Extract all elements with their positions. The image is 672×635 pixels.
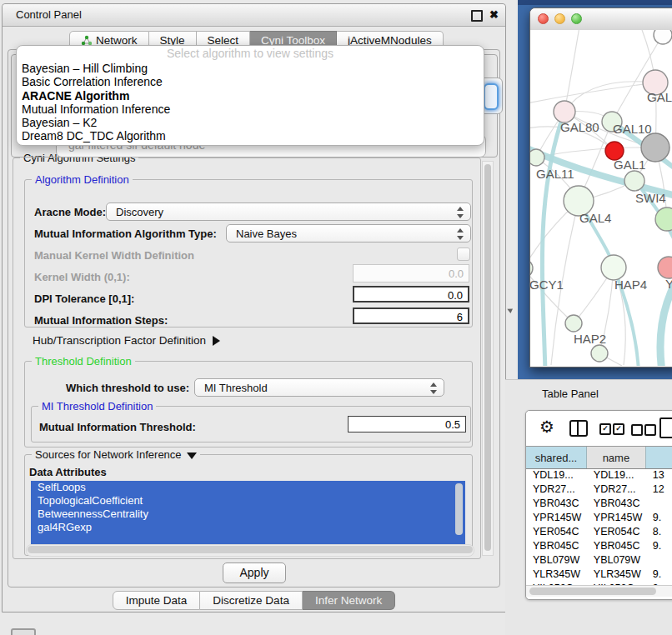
column-header[interactable]: shared... [526, 447, 587, 468]
table-cell: 12 [646, 482, 672, 497]
network-node-gal11[interactable] [530, 149, 544, 166]
network-window-titlebar[interactable] [530, 8, 672, 31]
select-all-checkbox-icon[interactable]: ✓ [613, 423, 624, 435]
control-panel-titlebar: Control Panel ✖ [3, 4, 505, 27]
dpi-tolerance-label: DPI Tolerance [0,1]: [34, 292, 134, 305]
algorithm-option[interactable]: Bayesian – Hill Climbing [17, 62, 484, 75]
algorithm-option[interactable]: ARACNE Algorithm [17, 89, 484, 102]
network-edge [564, 30, 580, 112]
table-cell: YLR345W [587, 568, 646, 582]
table-row[interactable]: YDR27...YDR27...12 [526, 482, 672, 497]
table-row[interactable]: YBL079WYBL079W [526, 553, 672, 568]
which-threshold-value: MI Threshold [204, 382, 268, 394]
node-label: GCY1 [530, 278, 564, 292]
table-cell: YBR045C [526, 539, 587, 553]
node-label: SWI4 [635, 191, 666, 205]
node-label: HAP2 [574, 332, 606, 346]
aracne-mode-label: Aracne Mode: [34, 206, 106, 218]
network-canvas[interactable]: GALGAL80GAL10GAL1GAL11GAL4GCY1HAP4YHAP2S… [530, 30, 672, 366]
network-node[interactable] [591, 345, 608, 362]
network-node-gal1[interactable] [624, 171, 644, 191]
algorithm-option[interactable]: Bayesian – K2 [17, 116, 484, 129]
attribute-item[interactable]: BetweennessCentrality [31, 508, 465, 521]
columns-icon[interactable] [569, 420, 588, 437]
which-threshold-label: Which threshold to use: [66, 382, 189, 394]
mi-type-combo[interactable]: Naive Bayes [226, 224, 471, 242]
which-threshold-combo[interactable]: MI Threshold [194, 378, 444, 397]
network-desktop: GALGAL80GAL10GAL1GAL11GAL4GCY1HAP4YHAP2S… [518, 0, 672, 379]
sources-title[interactable]: Sources for Network Inference [32, 448, 200, 461]
table-hscrollbar-thumb[interactable] [529, 588, 656, 595]
algorithm-definition-title: Algorithm Definition [32, 173, 133, 186]
tab-discretize-data[interactable]: Discretize Data [200, 591, 303, 610]
float-window-icon[interactable] [471, 10, 483, 22]
attribute-item[interactable]: TopologicalCoefficient [31, 494, 465, 508]
table-cell: YBR043C [526, 497, 587, 511]
network-node-y[interactable] [658, 257, 672, 278]
settings-scrollbar[interactable] [482, 161, 494, 556]
column-header[interactable] [646, 447, 672, 468]
close-window-icon[interactable]: ✖ [489, 8, 499, 21]
deselect-all-checkbox-icon[interactable] [631, 424, 643, 436]
attribute-list-hscrollbar[interactable] [26, 544, 474, 557]
node-label: GAL10 [613, 122, 652, 136]
gear-icon[interactable]: ⚙ [539, 418, 554, 436]
aracne-mode-combo[interactable]: Discovery [106, 202, 471, 221]
table-cell: YER054C [587, 525, 646, 539]
manual-kernel-label: Manual Kernel Width Definition [34, 249, 194, 262]
table-hscrollbar[interactable] [526, 585, 672, 597]
table-cell: 8. [646, 525, 672, 539]
table-cell [646, 553, 672, 568]
focus-ring [484, 83, 499, 110]
network-node[interactable] [654, 30, 672, 44]
window-title: Control Panel [16, 8, 82, 21]
zoom-traffic-light-icon[interactable] [571, 13, 582, 24]
mi-steps-field[interactable]: 6 [353, 308, 469, 324]
dpi-tolerance-field[interactable]: 0.0 [353, 286, 469, 302]
tab-infer-network[interactable]: Infer Network [303, 591, 395, 610]
algorithm-option[interactable]: Mutual Information Inference [17, 102, 484, 116]
tab-impute-data[interactable]: Impute Data [113, 591, 201, 610]
attribute-list-hscrollbar-thumb[interactable] [28, 546, 473, 553]
table-row[interactable]: YER054CYER054C8. [526, 525, 672, 539]
attribute-list-scrollbar-thumb[interactable] [455, 483, 463, 535]
panel-float-icon[interactable] [11, 628, 36, 635]
bottom-tab-bar: Impute DataDiscretize DataInfer Network [3, 591, 505, 610]
apply-button[interactable]: Apply [223, 562, 286, 583]
table-row[interactable]: YBR043CYBR043C [526, 497, 672, 511]
select-all-checkbox-icon[interactable]: ✓ [599, 423, 611, 435]
manual-kernel-checkbox[interactable] [457, 248, 470, 261]
deselect-all-checkbox-icon[interactable] [644, 424, 656, 436]
table-panel-window: ⚙ ✓ ✓ shared...name YDL19...YDL19...13YD… [525, 410, 672, 600]
table-cell: YPR145W [526, 511, 587, 525]
table-panel-title: Table Panel [542, 388, 599, 400]
table-row[interactable]: YDL19...YDL19...13 [526, 468, 672, 482]
settings-scrollbar-thumb[interactable] [484, 164, 491, 551]
document-icon[interactable] [659, 418, 672, 438]
mi-threshold-field[interactable]: 0.5 [348, 416, 466, 432]
table-row[interactable]: YPR145WYPR145W9. [526, 511, 672, 525]
network-edge [530, 268, 574, 323]
network-node-gcy1[interactable] [530, 259, 533, 278]
table-row[interactable]: YLR345WYLR345W9. [526, 568, 672, 582]
close-traffic-light-icon[interactable] [538, 13, 549, 24]
aracne-mode-value: Discovery [116, 206, 163, 218]
table-cell: 13 [646, 468, 672, 482]
algorithm-option[interactable]: Basic Correlation Inference [17, 75, 484, 88]
kernel-width-label: Kernel Width (0,1): [34, 271, 130, 283]
hub-definition-label: Hub/Transcription Factor Definition [33, 334, 206, 347]
column-header[interactable]: name [587, 447, 646, 468]
attribute-item[interactable]: gal4RGexp [31, 521, 465, 534]
attribute-item[interactable]: SelfLoops [31, 481, 465, 494]
table-row[interactable]: YBR045CYBR045C9. [526, 539, 672, 553]
hub-definition-expander[interactable]: Hub/Transcription Factor Definition [33, 334, 220, 347]
network-node-hap2[interactable] [565, 315, 582, 332]
table-cell [646, 497, 672, 511]
table-cell: 9. [646, 568, 672, 582]
network-node-hap4[interactable] [601, 255, 626, 280]
minimize-traffic-light-icon[interactable] [554, 13, 565, 24]
kernel-width-field[interactable]: 0.0 [353, 264, 469, 282]
node-label: GAL4 [579, 211, 611, 225]
table-cell: YBR045C [587, 539, 646, 553]
algorithm-option[interactable]: Dream8 DC_TDC Algorithm [17, 129, 484, 142]
